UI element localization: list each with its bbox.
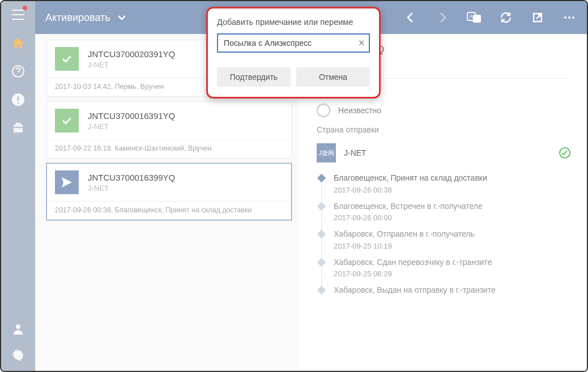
back-icon[interactable] xyxy=(403,10,418,25)
rename-dialog: Добавить примечание или переиме ✕ Подтве… xyxy=(206,7,381,99)
carrier-name: J-NET xyxy=(88,122,175,131)
status-line: 2017-09-22 16:19, Каменск-Шахтинский, Вр… xyxy=(47,139,291,158)
alert-icon[interactable] xyxy=(10,92,26,108)
svg-rect-5 xyxy=(473,15,481,23)
check-circle-icon xyxy=(559,147,571,159)
status-line: 2017-09-26 00:38, Благовещенск, Принят н… xyxy=(47,201,291,220)
refresh-icon[interactable] xyxy=(498,10,513,25)
activate-dropdown[interactable]: Активировать xyxy=(45,12,126,24)
plane-icon xyxy=(55,170,79,194)
svg-point-2 xyxy=(16,324,20,329)
timeline-event: Хабаровск, Сдан перевозчику в г.-транзит… xyxy=(334,257,571,279)
timeline-event: Хабаровск, Выдан на отправку в г.-транзи… xyxy=(334,285,571,296)
tracking-number: JNTCU3700016391YQ xyxy=(88,111,175,121)
svg-point-7 xyxy=(564,16,566,19)
timeline-event: Хабаровск, Отправлен в г.-получатель 201… xyxy=(334,229,571,250)
settings-icon[interactable] xyxy=(10,347,26,363)
tracking-number: JNTCU3700016399YQ xyxy=(88,173,175,182)
home-icon[interactable] xyxy=(10,35,26,51)
forward-icon[interactable] xyxy=(435,10,450,25)
carrier-name: J-NET xyxy=(88,184,175,193)
notification-badge xyxy=(23,6,27,10)
dialog-title: Добавить примечание или переиме xyxy=(217,18,370,27)
timeline: Благовещенск, Принят на склад доставки 2… xyxy=(317,173,571,296)
gift-icon[interactable] xyxy=(10,120,26,136)
help-icon[interactable] xyxy=(10,63,26,79)
destination-unknown: Неизвестно xyxy=(338,106,381,115)
more-icon[interactable] xyxy=(562,10,577,25)
svg-text:А: А xyxy=(470,14,473,19)
carrier-name: J-NET xyxy=(88,61,175,69)
svg-point-9 xyxy=(572,16,574,19)
cancel-button[interactable]: Отмена xyxy=(296,67,370,87)
check-icon xyxy=(55,47,79,71)
translate-icon[interactable]: А xyxy=(467,10,482,25)
sidebar xyxy=(1,1,35,371)
origin-label: Страна отправки xyxy=(317,125,571,134)
timeline-event: Благовещенск, Принят на склад доставки 2… xyxy=(334,173,571,194)
tracking-number: JNTCU3700020391YQ xyxy=(88,49,175,59)
menu-icon[interactable] xyxy=(10,7,26,23)
timeline-event: Благовещенск, Встречен в г.-получателе 2… xyxy=(334,201,571,223)
svg-point-8 xyxy=(568,16,570,19)
detail-carrier: J-NET xyxy=(344,148,551,157)
note-input[interactable] xyxy=(217,33,370,53)
package-card-selected[interactable]: JNTCU3700016399YQ J-NET 2017-09-26 00:38… xyxy=(46,163,292,220)
check-icon xyxy=(55,109,79,132)
confirm-button[interactable]: Подтвердить xyxy=(217,67,291,87)
chevron-down-icon xyxy=(117,15,126,20)
globe-icon xyxy=(317,104,330,117)
package-card[interactable]: JNTCU3700016391YQ J-NET 2017-09-22 16:19… xyxy=(46,101,292,159)
activate-label: Активировать xyxy=(45,12,110,24)
clear-input-icon[interactable]: ✕ xyxy=(358,38,365,48)
open-external-icon[interactable] xyxy=(530,10,545,25)
user-icon[interactable] xyxy=(10,321,26,337)
carrier-logo: J捷网 xyxy=(317,143,336,163)
